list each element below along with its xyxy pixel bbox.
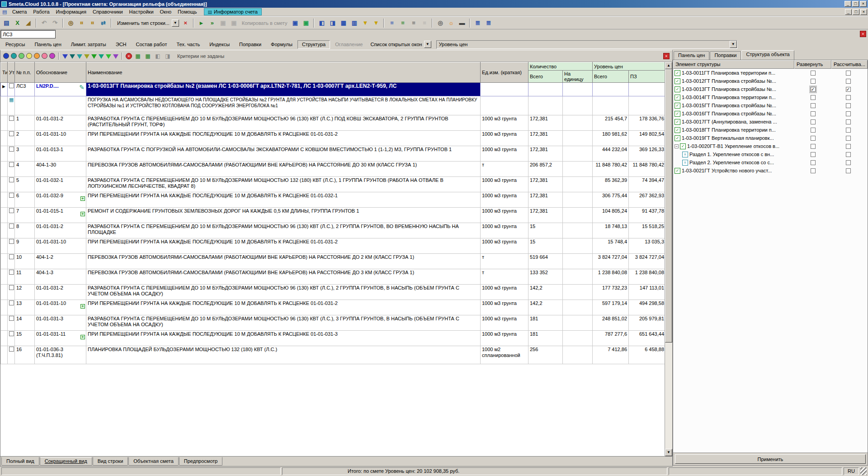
minimize-button[interactable]: _ bbox=[844, 1, 851, 7]
grid-row[interactable]: 1501-01-031-11+ПРИ ПЕРЕМЕЩЕНИИ ГРУНТА НА… bbox=[1, 331, 665, 346]
insert-row-icon[interactable]: ▸ bbox=[196, 18, 207, 28]
calc-checkbox[interactable] bbox=[846, 95, 851, 100]
grid-row[interactable]: 701-01-015-1+РЕМОНТ И СОДЕРЖАНИЕ ГРУНТОВ… bbox=[1, 208, 665, 223]
tree-row[interactable]: ✓1-03-0014ГТ Планировка территории п... bbox=[673, 93, 868, 101]
checkbox[interactable] bbox=[9, 316, 14, 321]
calc-checkbox[interactable] bbox=[846, 103, 851, 108]
expand-checkbox[interactable] bbox=[811, 136, 816, 141]
chevron-down-icon[interactable]: ▼ bbox=[730, 41, 737, 48]
column-header-price-total[interactable]: Всего bbox=[593, 71, 629, 83]
panel-tab-Структура объекта[interactable]: Структура объекта bbox=[741, 50, 794, 60]
sun-icon[interactable]: ☼ bbox=[446, 18, 456, 28]
tab-Тех. часть[interactable]: Тех. часть bbox=[172, 40, 204, 49]
zoom-icon[interactable]: ◎ bbox=[435, 18, 445, 28]
calc-checkbox[interactable] bbox=[846, 111, 851, 116]
checkbox[interactable] bbox=[9, 347, 14, 352]
view-tab-Полный вид[interactable]: Полный вид bbox=[1, 457, 39, 466]
grid-row[interactable]: 10404-1-2ПЕРЕВОЗКА ГРУЗОВ АВТОМОБИЛЯМИ-С… bbox=[1, 254, 665, 269]
view-tab-Предпросмотр[interactable]: Предпросмотр bbox=[179, 457, 223, 466]
change-row-type-combo[interactable]: Изменить тип строки...▼ bbox=[115, 19, 179, 28]
window-split-icon[interactable]: ◧ bbox=[316, 18, 327, 28]
view-tab-Объектная смета[interactable]: Объектная смета bbox=[128, 457, 179, 466]
column-header-ut[interactable]: Ут bbox=[8, 62, 15, 83]
column-header-price-group[interactable]: Уровень цен bbox=[593, 62, 665, 71]
grid-row-selected[interactable]: ▶ЛС3LN2P.D....✎1-03-0013ГТ Планировка ст… bbox=[1, 83, 665, 96]
calc-checkbox[interactable] bbox=[846, 168, 851, 173]
grid-row[interactable]: 1401-01-031-3РАЗРАБОТКА ГРУНТА С ПЕРЕМЕЩ… bbox=[1, 315, 665, 331]
grid-row[interactable]: 801-01-031-2РАЗРАБОТКА ГРУНТА С ПЕРЕМЕЩЕ… bbox=[1, 223, 665, 238]
filter-triangle-2[interactable] bbox=[70, 54, 75, 59]
close-filter-button[interactable]: × bbox=[663, 53, 670, 59]
tab-Индексы[interactable]: Индексы bbox=[205, 40, 234, 49]
tree-row[interactable]: ✓1-03-0016ГТ Планировка стройбазы №... bbox=[673, 109, 868, 118]
tree-row[interactable]: ≡Раздел 1. Укрепление откосов с вн... bbox=[673, 150, 868, 158]
outline-indent-icon[interactable]: ≡ bbox=[387, 18, 397, 28]
column-header-qty-per[interactable]: На единицу bbox=[563, 71, 593, 83]
tree-row[interactable]: ✓1-03-0013ГТ Планировка стройбазы №...✓✓ bbox=[673, 85, 868, 93]
scrollbar-track[interactable] bbox=[665, 69, 672, 449]
tab-Структура[interactable]: Структура bbox=[297, 40, 330, 49]
filter-triangle-6[interactable] bbox=[99, 54, 104, 59]
checkbox[interactable] bbox=[9, 270, 14, 275]
checkbox[interactable] bbox=[9, 254, 14, 259]
filter-color-circle-2[interactable] bbox=[11, 53, 17, 59]
tree-row[interactable]: ✓1-03-0015ГТ Планировка стройбазы №... bbox=[673, 101, 868, 109]
tab-Поправки[interactable]: Поправки bbox=[235, 40, 266, 49]
column-header-code[interactable]: Обоснование bbox=[35, 62, 86, 83]
restore-button[interactable]: □ bbox=[852, 1, 859, 7]
expand-checkbox[interactable]: ✓ bbox=[811, 87, 816, 92]
resize-grip[interactable] bbox=[860, 467, 867, 475]
expand-checkbox[interactable] bbox=[811, 71, 816, 76]
scroll-up-icon[interactable]: ▲ bbox=[665, 62, 672, 69]
grid-row[interactable]: 301-01-013-1РАЗРАБОТКА ГРУНТА С ПОГРУЗКО… bbox=[1, 146, 665, 162]
open-windows-dropdown[interactable]: Список открытых окон ▼ bbox=[368, 40, 434, 49]
outline-outdent-icon[interactable]: ≡ bbox=[397, 18, 408, 28]
view-tab-Вид строки[interactable]: Вид строки bbox=[93, 457, 128, 466]
tab-Формулы[interactable]: Формулы bbox=[266, 40, 297, 49]
mdi-minimize-button[interactable]: _ bbox=[845, 9, 852, 15]
close-panel-button[interactable]: × bbox=[860, 31, 866, 37]
checkbox[interactable] bbox=[9, 285, 14, 290]
grid-row-note[interactable]: ▦ПОГРУЗКА НА А/САМОСВАЛЫ НЕДОСТАЮЩЕГО НА… bbox=[1, 96, 665, 115]
panel-tab-Поправки[interactable]: Поправки bbox=[710, 51, 741, 60]
outline-list-icon[interactable]: ≡ bbox=[408, 18, 419, 28]
calc-checkbox[interactable] bbox=[846, 79, 851, 84]
menu-item-Работа[interactable]: Работа bbox=[30, 8, 52, 15]
tree-header-element[interactable]: Элемент структуры bbox=[673, 60, 794, 69]
price-level-icon[interactable]: ¤ bbox=[87, 18, 98, 28]
checkbox[interactable] bbox=[9, 83, 14, 88]
grid-row[interactable]: 1601-01-036-3 (Т.Ч.П.3.81)ПЛАНИРОВКА ПЛО… bbox=[1, 346, 665, 364]
window-grid-icon[interactable]: ▦ bbox=[338, 18, 349, 28]
tree-row[interactable]: −✓1-03-0020ГТ-В1 Укрепление откосов в... bbox=[673, 142, 868, 150]
scroll-down-icon[interactable]: ▼ bbox=[665, 449, 672, 456]
column-header-unit[interactable]: Ед.изм. (краткая) bbox=[481, 62, 528, 83]
column-header-num[interactable]: № п.п. bbox=[15, 62, 35, 83]
filter-setup-icon[interactable]: ▼ bbox=[371, 18, 381, 28]
filter-triangle-5[interactable] bbox=[91, 54, 97, 59]
excel-export-icon[interactable]: X bbox=[12, 18, 23, 28]
checkbox[interactable] bbox=[9, 147, 14, 152]
filter-color-circle-6[interactable] bbox=[42, 53, 47, 59]
tab-Панель цен[interactable]: Панель цен bbox=[30, 40, 66, 49]
calc-checkbox[interactable] bbox=[846, 136, 851, 141]
column-header-price-pz[interactable]: ПЗ bbox=[629, 71, 665, 83]
price-search-icon[interactable]: ◎ bbox=[66, 18, 76, 28]
cancel-criteria-icon[interactable]: × bbox=[126, 53, 132, 59]
collapse-icon[interactable]: − bbox=[675, 144, 679, 148]
filter-color-circle-7[interactable] bbox=[49, 53, 55, 59]
expand-checkbox[interactable] bbox=[811, 144, 816, 149]
price-level-combobox[interactable]: Уровень цен ▼ bbox=[436, 40, 737, 49]
filter-color-circle-5[interactable] bbox=[34, 53, 40, 59]
expand-checkbox[interactable] bbox=[811, 128, 816, 133]
checkbox[interactable] bbox=[9, 300, 14, 305]
tab-ЭСН[interactable]: ЭСН bbox=[111, 40, 131, 49]
expand-checkbox[interactable] bbox=[811, 168, 816, 173]
grid-row[interactable]: 1301-01-031-10+ПРИ ПЕРЕМЕЩЕНИИ ГРУНТА НА… bbox=[1, 300, 665, 315]
column-header-qty-group[interactable]: Количество bbox=[528, 62, 593, 71]
grid-row[interactable]: 201-01-031-10ПРИ ПЕРЕМЕЩЕНИИ ГРУНТА НА К… bbox=[1, 131, 665, 146]
checkbox[interactable] bbox=[9, 131, 14, 136]
grid-row[interactable]: 11404-1-3ПЕРЕВОЗКА ГРУЗОВ АВТОМОБИЛЯМИ-С… bbox=[1, 269, 665, 285]
grid-row[interactable]: 601-01-032-9+ПРИ ПЕРЕМЕЩЕНИИ ГРУНТА НА К… bbox=[1, 192, 665, 208]
calc-checkbox[interactable] bbox=[846, 119, 851, 124]
tree-row[interactable]: ✓1-03-0011ГТ Планировка территории п... bbox=[673, 69, 868, 77]
